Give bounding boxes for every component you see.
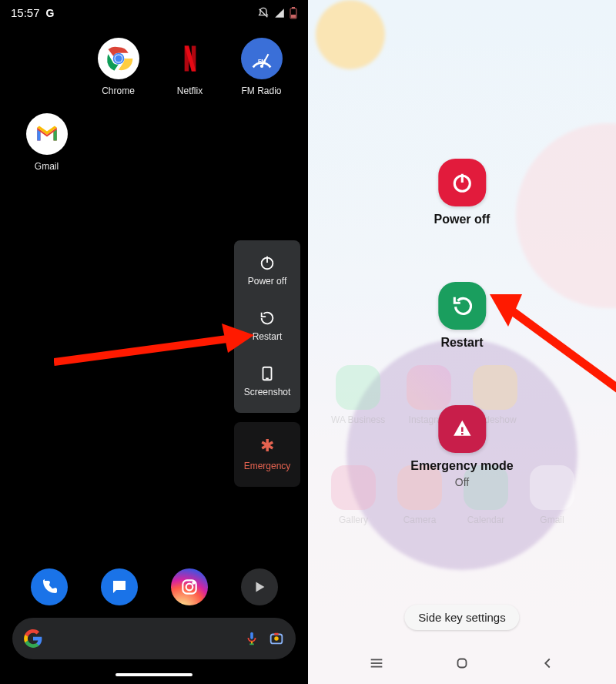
side-key-label: Side key settings <box>418 611 505 624</box>
nav-bar <box>308 655 616 675</box>
messages-icon <box>101 568 138 605</box>
chrome-icon <box>98 38 139 79</box>
restart-option[interactable]: Restart <box>438 282 486 350</box>
lens-icon[interactable] <box>268 630 285 647</box>
emergency-card: ✱ Emergency <box>234 422 300 487</box>
home-button[interactable] <box>454 655 470 675</box>
home-apps-grid: Chrome Netflix FM FM Radio Gmail <box>0 19 308 172</box>
emergency-label: Emergency mode <box>410 459 513 473</box>
play-icon <box>241 568 278 605</box>
side-key-settings-button[interactable]: Side key settings <box>404 605 519 630</box>
battery-icon <box>290 7 297 19</box>
recents-button[interactable] <box>368 655 385 675</box>
mic-icon[interactable] <box>243 630 260 647</box>
restart-label: Restart <box>440 336 483 350</box>
app-gmail[interactable]: Gmail <box>11 113 82 172</box>
emergency-option[interactable]: ✱ Emergency <box>234 425 300 484</box>
screenshot-icon <box>259 365 276 382</box>
app-label: FM Radio <box>241 86 281 96</box>
restart-option[interactable]: Restart <box>234 299 300 354</box>
annotation-arrow-left <box>54 324 254 381</box>
power-off-option[interactable]: Power off <box>434 159 490 226</box>
restart-icon <box>438 282 486 330</box>
svg-rect-32 <box>461 433 464 435</box>
back-button[interactable] <box>539 655 556 675</box>
samsung-power-menu: Power off Restart Emergency mode Off <box>410 159 513 488</box>
svg-point-11 <box>259 65 263 68</box>
status-time: 15:57 <box>11 6 40 19</box>
google-badge: G <box>46 7 55 19</box>
netflix-icon <box>169 38 211 79</box>
svg-rect-3 <box>291 15 296 18</box>
dnd-icon <box>257 7 270 19</box>
phone-icon <box>31 568 68 605</box>
instagram-icon <box>171 568 208 605</box>
screenshot-label: Screenshot <box>244 387 291 397</box>
power-off-option[interactable]: Power off <box>234 243 300 299</box>
app-chrome[interactable]: Chrome <box>82 38 154 96</box>
fmradio-icon: FM <box>241 38 283 79</box>
left-phone-screenshot: 15:57 G <box>0 0 308 684</box>
svg-line-17 <box>54 339 227 362</box>
power-off-label: Power off <box>248 276 286 287</box>
screenshot-option[interactable]: Screenshot <box>234 354 300 410</box>
svg-point-27 <box>274 636 279 641</box>
app-label: Gmail <box>35 161 59 172</box>
search-bar[interactable] <box>12 618 296 659</box>
app-fmradio[interactable]: FM FM Radio <box>226 38 297 96</box>
gesture-handle[interactable] <box>116 673 192 676</box>
restart-label: Restart <box>253 331 283 342</box>
dock-messages[interactable] <box>101 568 138 605</box>
google-g-icon <box>23 629 43 649</box>
power-icon <box>259 254 276 271</box>
dock-play[interactable] <box>241 568 278 605</box>
svg-marker-22 <box>256 582 264 592</box>
app-label: Chrome <box>102 86 135 96</box>
svg-rect-38 <box>457 659 466 668</box>
svg-point-21 <box>192 582 194 584</box>
right-phone-screenshot: WA Business Instagram Slideshow Gallery … <box>308 0 616 684</box>
status-bar: 15:57 G <box>0 0 308 19</box>
svg-rect-2 <box>292 7 295 8</box>
svg-point-20 <box>186 584 192 591</box>
restart-icon <box>259 310 276 327</box>
app-label: Netflix <box>177 86 203 96</box>
svg-rect-31 <box>461 428 464 432</box>
signal-icon <box>274 8 285 18</box>
svg-text:FM: FM <box>257 59 265 65</box>
power-menu-card: Power off Restart Screenshot <box>234 240 300 413</box>
dock <box>0 568 308 605</box>
power-menu: Power off Restart Screenshot ✱ <box>234 240 300 487</box>
emergency-icon <box>438 405 486 453</box>
app-netflix[interactable]: Netflix <box>154 38 226 96</box>
dock-instagram[interactable] <box>171 568 208 605</box>
emergency-icon: ✱ <box>260 436 274 456</box>
emergency-label: Emergency <box>244 461 291 471</box>
emergency-sub: Off <box>455 476 469 488</box>
power-off-label: Power off <box>434 213 490 226</box>
dock-phone[interactable] <box>31 568 68 605</box>
power-icon <box>438 159 486 206</box>
emergency-option[interactable]: Emergency mode Off <box>410 405 513 488</box>
svg-rect-28 <box>274 633 279 635</box>
svg-point-7 <box>115 55 122 62</box>
gmail-icon <box>26 113 68 155</box>
svg-rect-23 <box>250 632 253 639</box>
